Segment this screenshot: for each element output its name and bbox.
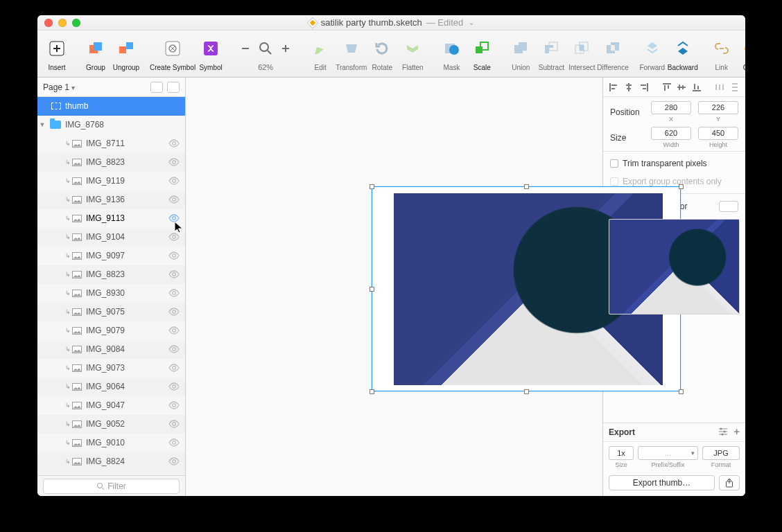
- layer-row[interactable]: ↳IMG_9113: [37, 209, 185, 228]
- visibility-toggle[interactable]: [168, 325, 180, 336]
- mask-button[interactable]: [436, 35, 467, 62]
- layer-row[interactable]: ↳IMG_9073: [37, 359, 185, 378]
- forward-button[interactable]: [637, 35, 668, 62]
- subtract-button[interactable]: [536, 35, 566, 62]
- minimize-window-button[interactable]: [58, 19, 67, 27]
- layer-row[interactable]: ↳IMG_9097: [37, 247, 185, 265]
- layer-row[interactable]: ↳IMG_9119: [37, 172, 185, 190]
- align-hcenter-button[interactable]: [623, 81, 636, 94]
- visibility-toggle[interactable]: [168, 157, 180, 168]
- difference-button[interactable]: [598, 35, 628, 62]
- y-field[interactable]: 226: [698, 101, 738, 114]
- visibility-toggle[interactable]: [168, 381, 180, 392]
- backward-button[interactable]: [668, 35, 698, 62]
- page-selector[interactable]: Page 1: [37, 78, 185, 97]
- selection-handle[interactable]: [370, 287, 374, 292]
- insert-button[interactable]: [42, 35, 72, 62]
- align-bottom-button[interactable]: [690, 81, 704, 94]
- magnifier-icon[interactable]: [258, 41, 273, 56]
- selection-handle[interactable]: [524, 184, 529, 189]
- group-button[interactable]: [80, 35, 111, 62]
- union-button[interactable]: [505, 35, 536, 62]
- link-button[interactable]: [706, 35, 737, 62]
- visibility-toggle[interactable]: [168, 362, 180, 373]
- layer-row[interactable]: ↳IMG_9104: [37, 228, 185, 247]
- visibility-toggle[interactable]: [168, 175, 180, 186]
- selection-handle[interactable]: [524, 389, 529, 394]
- background-color-swatch[interactable]: [719, 201, 738, 212]
- layer-name: IMG_9119: [86, 176, 166, 186]
- visibility-toggle[interactable]: [168, 418, 180, 429]
- visibility-toggle[interactable]: [168, 437, 180, 448]
- disclosure-triangle-icon[interactable]: ▼: [37, 121, 47, 128]
- layer-row[interactable]: ↳IMG_8823: [37, 265, 185, 284]
- layer-row[interactable]: ↳IMG_9047: [37, 396, 185, 415]
- align-top-button[interactable]: [660, 81, 673, 94]
- page-grid-button[interactable]: [167, 82, 180, 93]
- visibility-toggle[interactable]: [168, 306, 180, 317]
- svg-point-7: [260, 43, 268, 51]
- visibility-toggle[interactable]: [168, 250, 180, 261]
- layer-row[interactable]: ↳IMG_8823: [37, 153, 185, 172]
- export-prefix-field[interactable]: ...: [638, 446, 698, 460]
- align-left-button[interactable]: [607, 81, 620, 94]
- layer-row[interactable]: ↳IMG_9136: [37, 190, 185, 209]
- layer-folder[interactable]: ▼IMG_8768: [37, 116, 185, 134]
- layer-row[interactable]: ↳IMG_8930: [37, 284, 185, 303]
- symbol-button[interactable]: [196, 35, 226, 62]
- create-symbol-button[interactable]: [157, 35, 188, 62]
- selection-handle[interactable]: [679, 389, 684, 394]
- close-window-button[interactable]: [44, 19, 53, 27]
- layer-row[interactable]: ↳IMG_9075: [37, 303, 185, 321]
- selection-handle[interactable]: [370, 389, 374, 394]
- export-button[interactable]: Export thumb…: [609, 475, 715, 490]
- distribute-v-button[interactable]: [728, 81, 741, 94]
- zoom-in-button[interactable]: [277, 40, 294, 57]
- filter-input[interactable]: Filter: [43, 479, 180, 494]
- layer-artboard-thumb[interactable]: thumb: [37, 97, 185, 116]
- flatten-button[interactable]: [397, 35, 428, 62]
- visibility-toggle[interactable]: [168, 400, 180, 411]
- x-field[interactable]: 280: [651, 101, 691, 114]
- layer-row[interactable]: ↳IMG_9079: [37, 321, 185, 340]
- scale-button[interactable]: [467, 35, 497, 62]
- layer-list[interactable]: thumb▼IMG_8768↳IMG_8711↳IMG_8823↳IMG_911…: [37, 97, 185, 475]
- page-list-button[interactable]: [150, 82, 163, 93]
- height-field[interactable]: 450: [698, 127, 738, 140]
- align-vcenter-button[interactable]: [675, 81, 688, 94]
- trim-checkbox[interactable]: [610, 159, 618, 168]
- distribute-h-button[interactable]: [713, 81, 727, 94]
- rotate-button[interactable]: [367, 35, 397, 62]
- cloud-button[interactable]: [737, 35, 745, 62]
- layer-row[interactable]: ↳IMG_9052: [37, 415, 185, 434]
- visibility-toggle[interactable]: [168, 194, 180, 205]
- align-right-button[interactable]: [638, 81, 651, 94]
- trim-checkbox-row[interactable]: Trim transparent pixels: [603, 154, 745, 172]
- transform-button[interactable]: [336, 35, 367, 62]
- export-size-field[interactable]: 1x: [609, 446, 634, 460]
- export-settings-icon[interactable]: [718, 427, 728, 438]
- zoom-window-button[interactable]: [72, 19, 80, 27]
- selection-handle[interactable]: [679, 184, 684, 189]
- layer-row[interactable]: ↳IMG_8711: [37, 134, 185, 153]
- canvas[interactable]: [186, 78, 602, 496]
- layer-row[interactable]: ↳IMG_9064: [37, 378, 185, 396]
- export-add-icon[interactable]: +: [733, 427, 740, 438]
- layer-row[interactable]: ↳IMG_8824: [37, 452, 185, 471]
- edit-button[interactable]: [305, 35, 336, 62]
- visibility-toggle[interactable]: [168, 456, 180, 467]
- layer-row[interactable]: ↳IMG_9010: [37, 434, 185, 452]
- width-field[interactable]: 620: [651, 127, 691, 140]
- intersect-button[interactable]: [566, 35, 597, 62]
- export-format-field[interactable]: JPG: [702, 446, 740, 460]
- visibility-toggle[interactable]: [168, 269, 180, 280]
- ungroup-button[interactable]: [111, 35, 141, 62]
- zoom-out-button[interactable]: [237, 40, 254, 57]
- visibility-toggle[interactable]: [168, 344, 180, 355]
- layer-row[interactable]: ↳IMG_9084: [37, 340, 185, 359]
- visibility-toggle[interactable]: [168, 287, 180, 299]
- share-button[interactable]: [719, 475, 740, 490]
- selection-handle[interactable]: [370, 184, 374, 189]
- visibility-toggle[interactable]: [168, 138, 180, 149]
- window-title[interactable]: satilik party thumb.sketch — Edited ⌄: [37, 17, 745, 28]
